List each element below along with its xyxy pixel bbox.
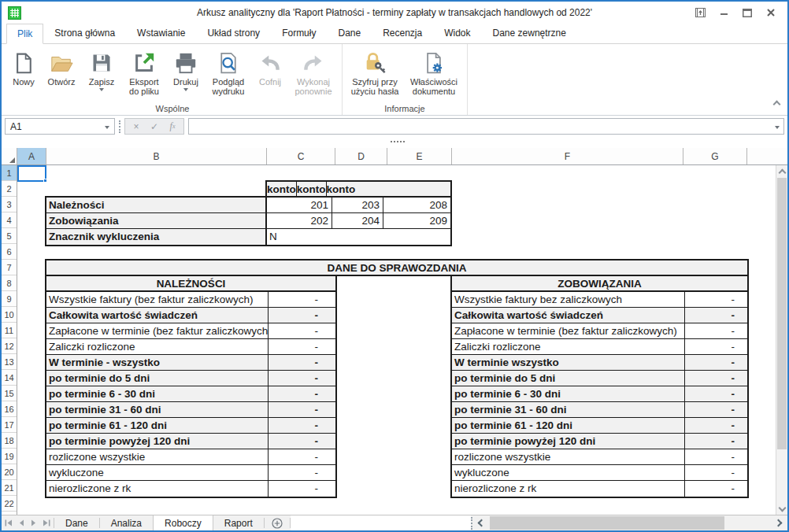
report-row-label[interactable]: Wszystkie faktury (bez faktur zaliczkowy… — [46, 292, 269, 307]
ribbon-tab[interactable]: Układ strony — [196, 23, 271, 43]
report-row-value[interactable]: - — [269, 292, 335, 307]
next-sheet-icon[interactable] — [31, 519, 36, 526]
report-row-value[interactable]: - — [685, 386, 747, 401]
report-row-value[interactable]: - — [269, 371, 335, 386]
expand-top-icon[interactable] — [688, 4, 712, 21]
sheet-tab-raport[interactable]: Raport — [213, 515, 264, 530]
column-header-partial[interactable] — [747, 148, 787, 164]
report-row-value[interactable]: - — [685, 355, 747, 370]
report-row-label[interactable]: Zapłacone w terminie (bez faktur zaliczk… — [46, 323, 269, 338]
row-header[interactable]: 1 — [2, 165, 17, 181]
report-row-label[interactable]: po terminie 61 - 120 dni — [452, 418, 685, 433]
report-row-value[interactable]: - — [269, 339, 335, 354]
row-header[interactable]: 2 — [2, 181, 17, 197]
row-header[interactable]: 7 — [2, 260, 17, 275]
cell-selection[interactable] — [17, 165, 46, 182]
report-row-value[interactable]: - — [685, 481, 747, 497]
minimize-icon[interactable] — [712, 4, 735, 21]
cancel-entry-icon[interactable]: × — [132, 121, 141, 132]
accounts-row-label[interactable]: Zobowiązania — [46, 213, 265, 229]
report-row-label[interactable]: nierozliczone z rk — [452, 481, 685, 497]
ribbon-tab[interactable]: Plik — [6, 24, 43, 44]
report-row-value[interactable]: - — [269, 418, 335, 433]
report-row-value[interactable]: - — [269, 434, 335, 449]
report-row-value[interactable]: - — [269, 465, 335, 480]
report-right-header[interactable]: ZOBOWIĄZANIA — [450, 275, 749, 292]
chevron-down-icon[interactable] — [100, 119, 114, 134]
column-header-a[interactable]: A — [17, 148, 46, 164]
new-button[interactable]: Nowy — [6, 46, 41, 87]
report-row-value[interactable]: - — [685, 292, 747, 307]
report-row-label[interactable]: po terminie 6 - 30 dni — [452, 386, 685, 401]
report-row-label[interactable]: rozliczone wszystkie — [452, 449, 685, 464]
report-row-label[interactable]: Zaliczki rozliczone — [46, 339, 269, 354]
row-header[interactable]: 5 — [2, 228, 17, 244]
row-header[interactable]: 17 — [2, 417, 17, 433]
add-sheet-icon[interactable] — [265, 515, 290, 530]
report-row-label[interactable]: po terminie 61 - 120 dni — [46, 418, 269, 433]
row-header[interactable]: 23 — [2, 512, 17, 515]
ribbon-tab[interactable]: Strona główna — [43, 23, 126, 43]
insert-function-icon[interactable]: fx — [168, 120, 177, 132]
column-header-d[interactable]: D — [335, 148, 387, 164]
horizontal-scrollbar[interactable] — [488, 515, 772, 530]
accounts-value-cell[interactable]: 208 — [383, 198, 450, 212]
sheet-tab-dane[interactable]: Dane — [54, 515, 99, 530]
row-header[interactable]: 13 — [2, 354, 17, 370]
report-row-value[interactable]: - — [269, 402, 335, 417]
accounts-row-label[interactable]: Należności — [46, 198, 265, 213]
report-row-label[interactable]: Całkowita wartość świadczeń — [452, 308, 685, 323]
row-header[interactable]: 8 — [2, 275, 17, 291]
row-header[interactable]: 18 — [2, 433, 17, 449]
sheet-tab-roboczy[interactable]: Roboczy — [153, 515, 213, 530]
accept-entry-icon[interactable]: ✓ — [150, 121, 159, 132]
column-header-g[interactable]: G — [683, 148, 747, 164]
report-row-label[interactable]: po terminie 31 - 60 dni — [452, 402, 685, 417]
report-row-label[interactable]: po terminie 31 - 60 dni — [46, 402, 269, 417]
accounts-header-cell[interactable]: konto — [297, 182, 327, 196]
row-header[interactable]: 15 — [2, 386, 17, 401]
open-button[interactable]: Otwórz — [41, 46, 82, 87]
collapse-ribbon-icon[interactable] — [774, 96, 780, 110]
report-row-label[interactable]: Zapłacone w terminie (bez faktur zaliczk… — [452, 323, 685, 338]
row-header[interactable]: 19 — [2, 449, 17, 464]
row-header[interactable]: 16 — [2, 401, 17, 417]
report-row-value[interactable]: - — [685, 449, 747, 464]
row-header[interactable]: 9 — [2, 291, 17, 307]
row-header[interactable]: 10 — [2, 307, 17, 323]
ribbon-tab[interactable]: Formuły — [271, 23, 327, 43]
horizontal-scroll-thumb[interactable] — [490, 516, 724, 530]
row-header[interactable]: 6 — [2, 244, 17, 260]
export-button[interactable]: Eksport do pliku — [121, 46, 167, 96]
report-row-value[interactable]: - — [685, 402, 747, 417]
report-row-label[interactable]: rozliczone wszystkie — [46, 449, 269, 464]
accounts-value-cell[interactable]: 202 — [267, 213, 332, 228]
row-header[interactable]: 21 — [2, 480, 17, 496]
fill-handle[interactable] — [43, 179, 47, 183]
report-row-label[interactable]: po terminie powyżej 120 dni — [46, 434, 269, 449]
row-header[interactable]: 12 — [2, 338, 17, 354]
column-header-b[interactable]: B — [46, 148, 267, 164]
report-row-value[interactable]: - — [269, 481, 335, 497]
accounts-header-cell[interactable]: konto — [267, 182, 297, 196]
report-row-label[interactable]: po terminie powyżej 120 dni — [452, 434, 685, 449]
print-preview-button[interactable]: Podgląd wydruku — [205, 46, 252, 96]
report-row-label[interactable]: W terminie - wszystko — [46, 355, 269, 370]
ribbon-tab[interactable]: Widok — [433, 23, 481, 43]
accounts-value-cell[interactable]: 201 — [267, 198, 332, 212]
select-all-corner[interactable] — [2, 148, 17, 164]
close-icon[interactable] — [759, 4, 783, 21]
scroll-down-icon[interactable] — [776, 503, 787, 515]
sheet-tab-analiza[interactable]: Analiza — [100, 515, 153, 530]
report-title[interactable]: DANE DO SPRAWOZDANIA — [45, 259, 749, 276]
scroll-right-icon[interactable] — [772, 515, 787, 530]
accounts-header-cell[interactable]: konto — [327, 182, 356, 196]
column-header-f[interactable]: F — [452, 148, 683, 164]
scroll-up-icon[interactable] — [776, 165, 787, 177]
accounts-value-cell[interactable]: 204 — [332, 213, 383, 228]
report-row-value[interactable]: - — [685, 308, 747, 323]
report-row-label[interactable]: Wszystkie faktury bez zaliczkowych — [452, 292, 685, 307]
row-header[interactable]: 3 — [2, 197, 17, 212]
last-sheet-icon[interactable] — [43, 519, 50, 526]
column-header-e[interactable]: E — [387, 148, 452, 164]
